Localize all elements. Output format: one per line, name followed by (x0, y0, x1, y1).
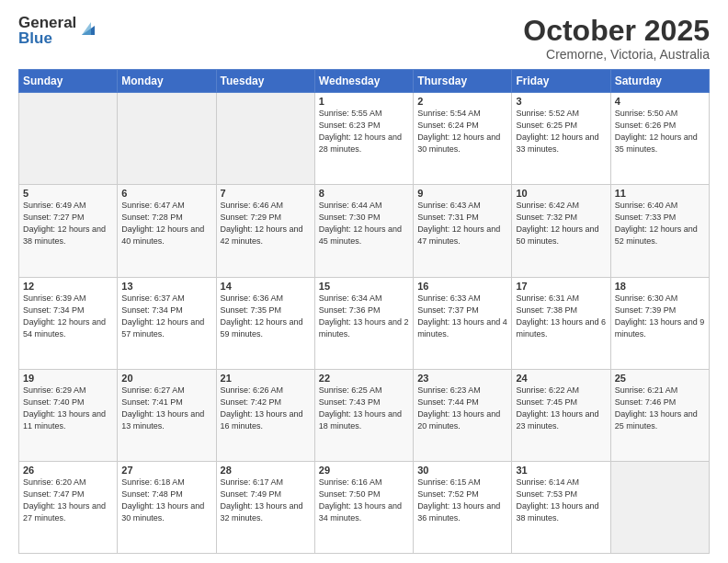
day-info: Sunrise: 6:14 AM Sunset: 7:53 PM Dayligh… (516, 477, 606, 524)
day-number: 13 (121, 281, 211, 292)
day-number: 21 (221, 373, 311, 384)
calendar-cell: 3Sunrise: 5:52 AM Sunset: 6:25 PM Daylig… (512, 93, 610, 185)
day-info: Sunrise: 5:54 AM Sunset: 6:24 PM Dayligh… (417, 108, 507, 155)
day-number: 14 (221, 281, 311, 292)
month-title: October 2025 (523, 15, 710, 47)
calendar-cell: 11Sunrise: 6:40 AM Sunset: 7:33 PM Dayli… (610, 185, 709, 277)
calendar-week-4: 26Sunrise: 6:20 AM Sunset: 7:47 PM Dayli… (19, 461, 710, 553)
calendar-cell: 23Sunrise: 6:23 AM Sunset: 7:44 PM Dayli… (414, 369, 512, 461)
day-info: Sunrise: 6:30 AM Sunset: 7:39 PM Dayligh… (615, 293, 705, 340)
day-info: Sunrise: 6:31 AM Sunset: 7:38 PM Dayligh… (516, 293, 606, 340)
day-info: Sunrise: 6:33 AM Sunset: 7:37 PM Dayligh… (417, 293, 507, 340)
day-info: Sunrise: 6:29 AM Sunset: 7:40 PM Dayligh… (23, 385, 113, 432)
calendar-cell: 17Sunrise: 6:31 AM Sunset: 7:38 PM Dayli… (512, 277, 610, 369)
header-friday: Friday (512, 70, 610, 93)
calendar-cell: 28Sunrise: 6:17 AM Sunset: 7:49 PM Dayli… (216, 461, 314, 553)
day-number: 24 (516, 373, 606, 384)
day-info: Sunrise: 6:16 AM Sunset: 7:50 PM Dayligh… (319, 477, 409, 524)
calendar-cell: 25Sunrise: 6:21 AM Sunset: 7:46 PM Dayli… (610, 369, 709, 461)
header-saturday: Saturday (610, 70, 709, 93)
logo: General Blue (18, 15, 98, 46)
day-info: Sunrise: 6:46 AM Sunset: 7:29 PM Dayligh… (221, 200, 311, 247)
day-info: Sunrise: 6:23 AM Sunset: 7:44 PM Dayligh… (417, 385, 507, 432)
day-number: 10 (516, 188, 606, 199)
calendar-week-0: 1Sunrise: 5:55 AM Sunset: 6:23 PM Daylig… (19, 93, 710, 185)
calendar-cell: 12Sunrise: 6:39 AM Sunset: 7:34 PM Dayli… (19, 277, 118, 369)
day-number: 29 (319, 465, 409, 476)
logo-text: General Blue (18, 15, 76, 46)
day-info: Sunrise: 6:49 AM Sunset: 7:27 PM Dayligh… (23, 200, 113, 247)
logo-icon (78, 18, 98, 39)
day-info: Sunrise: 6:21 AM Sunset: 7:46 PM Dayligh… (615, 385, 705, 432)
calendar-cell: 14Sunrise: 6:36 AM Sunset: 7:35 PM Dayli… (216, 277, 314, 369)
day-info: Sunrise: 6:25 AM Sunset: 7:43 PM Dayligh… (319, 385, 409, 432)
calendar-cell (216, 93, 314, 185)
day-number: 26 (23, 465, 113, 476)
day-number: 1 (319, 96, 409, 107)
calendar-cell (118, 93, 216, 185)
calendar-cell: 27Sunrise: 6:18 AM Sunset: 7:48 PM Dayli… (118, 461, 216, 553)
day-info: Sunrise: 6:27 AM Sunset: 7:41 PM Dayligh… (121, 385, 211, 432)
header-thursday: Thursday (414, 70, 512, 93)
day-number: 31 (516, 465, 606, 476)
calendar-cell: 1Sunrise: 5:55 AM Sunset: 6:23 PM Daylig… (314, 93, 413, 185)
day-info: Sunrise: 5:50 AM Sunset: 6:26 PM Dayligh… (615, 108, 705, 155)
calendar-cell: 13Sunrise: 6:37 AM Sunset: 7:34 PM Dayli… (118, 277, 216, 369)
day-number: 5 (23, 188, 113, 199)
day-number: 16 (417, 281, 507, 292)
day-number: 11 (615, 188, 705, 199)
calendar-week-3: 19Sunrise: 6:29 AM Sunset: 7:40 PM Dayli… (19, 369, 710, 461)
calendar-cell: 26Sunrise: 6:20 AM Sunset: 7:47 PM Dayli… (19, 461, 118, 553)
day-number: 3 (516, 96, 606, 107)
calendar-cell: 5Sunrise: 6:49 AM Sunset: 7:27 PM Daylig… (19, 185, 118, 277)
day-info: Sunrise: 6:39 AM Sunset: 7:34 PM Dayligh… (23, 293, 113, 340)
day-info: Sunrise: 6:40 AM Sunset: 7:33 PM Dayligh… (615, 200, 705, 247)
day-number: 28 (221, 465, 311, 476)
day-number: 30 (417, 465, 507, 476)
day-info: Sunrise: 6:42 AM Sunset: 7:32 PM Dayligh… (516, 200, 606, 247)
day-number: 6 (121, 188, 211, 199)
calendar-cell: 15Sunrise: 6:34 AM Sunset: 7:36 PM Dayli… (314, 277, 413, 369)
day-info: Sunrise: 6:17 AM Sunset: 7:49 PM Dayligh… (221, 477, 311, 524)
location: Cremorne, Victoria, Australia (523, 47, 710, 62)
day-info: Sunrise: 5:55 AM Sunset: 6:23 PM Dayligh… (319, 108, 409, 155)
calendar-cell: 22Sunrise: 6:25 AM Sunset: 7:43 PM Dayli… (314, 369, 413, 461)
weekday-row: Sunday Monday Tuesday Wednesday Thursday… (19, 70, 710, 93)
calendar-cell: 2Sunrise: 5:54 AM Sunset: 6:24 PM Daylig… (414, 93, 512, 185)
header-monday: Monday (118, 70, 216, 93)
calendar-week-2: 12Sunrise: 6:39 AM Sunset: 7:34 PM Dayli… (19, 277, 710, 369)
calendar-cell: 10Sunrise: 6:42 AM Sunset: 7:32 PM Dayli… (512, 185, 610, 277)
day-info: Sunrise: 6:43 AM Sunset: 7:31 PM Dayligh… (417, 200, 507, 247)
day-info: Sunrise: 6:36 AM Sunset: 7:35 PM Dayligh… (221, 293, 311, 340)
calendar-cell: 8Sunrise: 6:44 AM Sunset: 7:30 PM Daylig… (314, 185, 413, 277)
header-sunday: Sunday (19, 70, 118, 93)
day-info: Sunrise: 5:52 AM Sunset: 6:25 PM Dayligh… (516, 108, 606, 155)
day-info: Sunrise: 6:26 AM Sunset: 7:42 PM Dayligh… (221, 385, 311, 432)
day-number: 4 (615, 96, 705, 107)
day-info: Sunrise: 6:44 AM Sunset: 7:30 PM Dayligh… (319, 200, 409, 247)
calendar-cell: 19Sunrise: 6:29 AM Sunset: 7:40 PM Dayli… (19, 369, 118, 461)
calendar-cell: 18Sunrise: 6:30 AM Sunset: 7:39 PM Dayli… (610, 277, 709, 369)
calendar-cell: 21Sunrise: 6:26 AM Sunset: 7:42 PM Dayli… (216, 369, 314, 461)
day-info: Sunrise: 6:34 AM Sunset: 7:36 PM Dayligh… (319, 293, 409, 340)
calendar-week-1: 5Sunrise: 6:49 AM Sunset: 7:27 PM Daylig… (19, 185, 710, 277)
svg-marker-1 (82, 22, 91, 35)
calendar-cell: 31Sunrise: 6:14 AM Sunset: 7:53 PM Dayli… (512, 461, 610, 553)
calendar-cell: 9Sunrise: 6:43 AM Sunset: 7:31 PM Daylig… (414, 185, 512, 277)
calendar-cell (610, 461, 709, 553)
day-number: 23 (417, 373, 507, 384)
calendar-cell: 7Sunrise: 6:46 AM Sunset: 7:29 PM Daylig… (216, 185, 314, 277)
day-number: 18 (615, 281, 705, 292)
calendar-body: 1Sunrise: 5:55 AM Sunset: 6:23 PM Daylig… (19, 93, 710, 554)
day-number: 15 (319, 281, 409, 292)
day-number: 17 (516, 281, 606, 292)
calendar-cell: 16Sunrise: 6:33 AM Sunset: 7:37 PM Dayli… (414, 277, 512, 369)
header-wednesday: Wednesday (314, 70, 413, 93)
day-number: 2 (417, 96, 507, 107)
day-number: 19 (23, 373, 113, 384)
day-info: Sunrise: 6:15 AM Sunset: 7:52 PM Dayligh… (417, 477, 507, 524)
day-number: 7 (221, 188, 311, 199)
day-number: 8 (319, 188, 409, 199)
day-info: Sunrise: 6:47 AM Sunset: 7:28 PM Dayligh… (121, 200, 211, 247)
page: General Blue October 2025 Cremorne, Vict… (0, 0, 728, 563)
